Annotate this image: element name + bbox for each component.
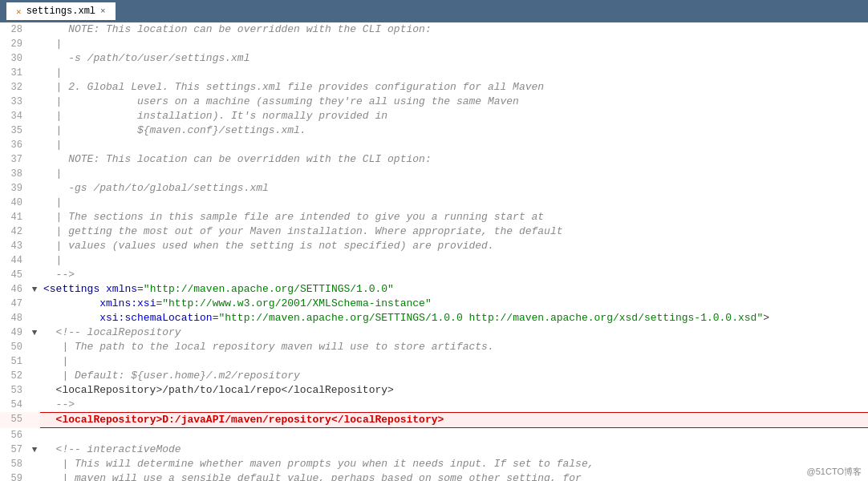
line-content: | getting the most out of your Maven ins… [40,224,868,239]
code-line: 36 | [0,138,868,152]
line-number: 38 [0,167,29,181]
line-number: 53 [0,383,29,398]
line-number: 52 [0,369,29,383]
line-number: 39 [0,181,29,196]
line-number: 31 [0,66,29,80]
line-content: | 2. Global Level. This settings.xml fil… [40,80,868,95]
editor-content: 28 NOTE: This location can be overridden… [0,22,868,481]
line-number: 35 [0,123,29,138]
line-content: | maven will use a sensible default valu… [40,471,868,481]
line-number: 34 [0,109,29,123]
line-number: 42 [0,224,29,239]
code-line: 53 <localRepository>/path/to/local/repo<… [0,383,868,398]
line-number: 44 [0,253,29,268]
line-number: 36 [0,138,29,152]
code-line: 38 | [0,167,868,181]
code-line: 31 | [0,66,868,80]
code-line: 45 --> [0,268,868,282]
code-area[interactable]: 28 NOTE: This location can be overridden… [0,22,868,481]
line-content: <localRepository>D:/javaAPI/maven/reposi… [40,412,868,428]
code-line: 47 xmlns:xsi="http://www.w3.org/2001/XML… [0,297,868,311]
fold-marker[interactable]: ▼ [29,325,40,340]
line-content: | The sections in this sample file are i… [40,210,868,224]
line-content: -s /path/to/user/settings.xml [40,51,868,66]
editor-window: ✕ settings.xml × 28 NOTE: This location … [0,0,868,481]
line-number: 57 [0,443,29,457]
line-number: 58 [0,457,29,471]
line-content: --> [40,398,868,412]
line-number: 50 [0,340,29,354]
code-line: 58 | This will determine whether maven p… [0,457,868,471]
line-content: | [40,196,868,210]
code-line: 33 | users on a machine (assuming they'r… [0,95,868,109]
code-line: 50 | The path to the local repository ma… [0,340,868,354]
line-number: 40 [0,196,29,210]
code-line: 35 | ${maven.conf}/settings.xml. [0,123,868,138]
line-number: 32 [0,80,29,95]
line-content: | [40,138,868,152]
line-content: | [40,167,868,181]
line-content: | [40,253,868,268]
code-line: 28 NOTE: This location can be overridden… [0,22,868,37]
code-line: 32 | 2. Global Level. This settings.xml … [0,80,868,95]
xml-file-icon: ✕ [16,6,22,17]
line-content: | users on a machine (assuming they're a… [40,95,868,109]
tab-close-button[interactable]: × [100,6,106,16]
watermark: @51CTO博客 [807,466,862,478]
code-line: 49▼ <!-- localRepository [0,325,868,340]
line-content: | The path to the local repository maven… [40,340,868,354]
line-number: 28 [0,22,29,37]
code-line: 52 | Default: ${user.home}/.m2/repositor… [0,369,868,383]
line-number: 56 [0,428,29,443]
line-content: NOTE: This location can be overridden wi… [40,152,868,167]
line-content: | ${maven.conf}/settings.xml. [40,123,868,138]
line-number: 59 [0,471,29,481]
code-line: 55 <localRepository>D:/javaAPI/maven/rep… [0,412,868,428]
code-line: 29 | [0,37,868,51]
code-line: 34 | installation). It's normally provid… [0,109,868,123]
line-number: 41 [0,210,29,224]
line-content: xsi:schemaLocation="http://maven.apache.… [40,311,868,325]
line-number: 37 [0,152,29,167]
line-number: 29 [0,37,29,51]
line-number: 46 [0,282,29,297]
file-tab[interactable]: ✕ settings.xml × [6,2,116,20]
code-line: 30 -s /path/to/user/settings.xml [0,51,868,66]
line-number: 49 [0,325,29,340]
fold-marker[interactable]: ▼ [29,282,40,297]
code-line: 59 | maven will use a sensible default v… [0,471,868,481]
line-number: 55 [0,412,29,426]
fold-marker[interactable]: ▼ [29,443,40,457]
line-number: 30 [0,51,29,66]
line-number: 51 [0,354,29,369]
line-content: | This will determine whether maven prom… [40,457,868,471]
code-line: 51 | [0,354,868,369]
line-content: | installation). It's normally provided … [40,109,868,123]
code-line: 56 [0,428,868,443]
line-content: | [40,37,868,51]
code-line: 41 | The sections in this sample file ar… [0,210,868,224]
code-line: 37 NOTE: This location can be overridden… [0,152,868,167]
line-content: -gs /path/to/global/settings.xml [40,181,868,196]
line-content: <settings xmlns="http://maven.apache.org… [40,282,868,297]
code-line: 48 xsi:schemaLocation="http://maven.apac… [0,311,868,325]
line-content: | [40,354,868,369]
line-content: --> [40,268,868,282]
code-line: 46▼<settings xmlns="http://maven.apache.… [0,282,868,297]
code-line: 43 | values (values used when the settin… [0,239,868,253]
line-content: | values (values used when the setting i… [40,239,868,253]
line-content: xmlns:xsi="http://www.w3.org/2001/XMLSch… [40,297,868,311]
title-bar: ✕ settings.xml × [0,0,868,22]
line-content: | [40,66,868,80]
line-content: <!-- localRepository [40,325,868,340]
line-number: 48 [0,311,29,325]
line-number: 43 [0,239,29,253]
code-line: 40 | [0,196,868,210]
line-number: 33 [0,95,29,109]
code-line: 44 | [0,253,868,268]
line-number: 47 [0,297,29,311]
line-number: 54 [0,398,29,412]
code-line: 39 -gs /path/to/global/settings.xml [0,181,868,196]
line-number: 45 [0,268,29,282]
code-line: 57▼ <!-- interactiveMode [0,443,868,457]
